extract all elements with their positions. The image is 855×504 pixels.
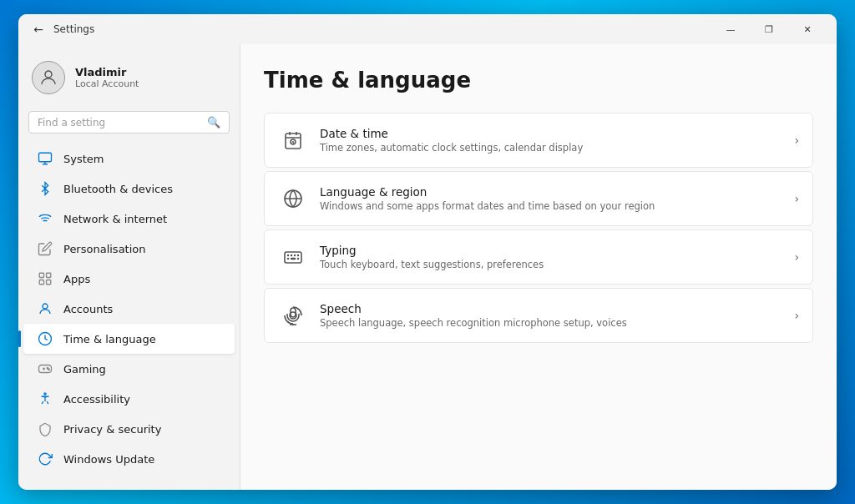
- svg-rect-2: [39, 273, 43, 277]
- sidebar-item-label-gaming: Gaming: [63, 363, 106, 375]
- main-content: Vladimir Local Account 🔍: [18, 44, 837, 490]
- language-region-icon: [278, 184, 308, 214]
- sidebar-item-label-network: Network & internet: [63, 213, 167, 225]
- bluetooth-icon: [37, 180, 53, 197]
- accounts-icon: [37, 300, 53, 317]
- time-language-icon: [37, 330, 53, 347]
- sidebar-nav: System Bluetooth & devices: [18, 144, 240, 474]
- setting-desc-language-region: Windows and some apps format dates and t…: [320, 200, 794, 212]
- sidebar-item-bluetooth[interactable]: Bluetooth & devices: [23, 174, 235, 204]
- maximize-button[interactable]: ❐: [750, 14, 788, 44]
- accessibility-icon: [37, 391, 53, 407]
- sidebar-item-gaming[interactable]: Gaming: [23, 354, 235, 384]
- setting-desc-typing: Touch keyboard, text suggestions, prefer…: [320, 259, 794, 270]
- system-icon: [37, 150, 53, 167]
- avatar: [32, 61, 65, 94]
- update-icon: [37, 451, 53, 467]
- search-icon: 🔍: [207, 116, 220, 129]
- privacy-icon: [37, 421, 53, 437]
- sidebar-item-label-accessibility: Accessibility: [63, 393, 130, 406]
- svg-point-12: [48, 369, 50, 370]
- user-profile[interactable]: Vladimir Local Account: [18, 51, 240, 108]
- settings-list: Date & time Time zones, automatic clock …: [264, 113, 813, 343]
- date-time-icon: [278, 125, 308, 155]
- sidebar-item-accounts[interactable]: Accounts: [23, 294, 235, 324]
- settings-window: ← Settings — ❐ ✕ Vladimir Local Accou: [18, 14, 837, 490]
- chevron-language-region: ›: [794, 192, 799, 205]
- sidebar-item-label-personalisation: Personalisation: [63, 243, 146, 255]
- sidebar-item-system[interactable]: System: [23, 144, 235, 174]
- personalisation-icon: [37, 240, 53, 257]
- speech-icon: [278, 300, 308, 330]
- user-type: Local Account: [75, 78, 139, 89]
- page-title: Time & language: [264, 68, 813, 93]
- setting-item-date-time[interactable]: Date & time Time zones, automatic clock …: [264, 113, 813, 168]
- sidebar-item-label-privacy: Privacy & security: [63, 423, 161, 436]
- svg-rect-1: [39, 153, 52, 162]
- svg-point-13: [44, 393, 46, 395]
- network-icon: [37, 210, 53, 227]
- search-box[interactable]: 🔍: [28, 111, 230, 134]
- setting-desc-speech: Speech language, speech recognition micr…: [320, 317, 794, 329]
- setting-item-language-region[interactable]: Language & region Windows and some apps …: [264, 171, 813, 226]
- svg-rect-21: [285, 252, 301, 263]
- user-name: Vladimir: [75, 66, 139, 78]
- setting-title-speech: Speech: [320, 302, 794, 315]
- sidebar-item-label-update: Windows Update: [63, 453, 154, 466]
- setting-title-language-region: Language & region: [320, 185, 794, 199]
- setting-desc-date-time: Time zones, automatic clock settings, ca…: [320, 142, 794, 154]
- apps-icon: [37, 270, 53, 287]
- sidebar-item-label-system: System: [63, 153, 104, 165]
- chevron-typing: ›: [794, 250, 799, 264]
- svg-point-6: [43, 304, 48, 309]
- sidebar-item-network[interactable]: Network & internet: [23, 204, 235, 234]
- sidebar: Vladimir Local Account 🔍: [18, 44, 240, 490]
- sidebar-item-privacy[interactable]: Privacy & security: [23, 414, 235, 444]
- setting-item-speech[interactable]: Speech Speech language, speech recogniti…: [264, 288, 813, 343]
- titlebar: ← Settings — ❐ ✕: [18, 14, 837, 44]
- window-title: Settings: [53, 23, 94, 35]
- gaming-icon: [37, 360, 53, 377]
- svg-rect-3: [47, 273, 51, 277]
- close-button[interactable]: ✕: [788, 14, 827, 44]
- back-button[interactable]: ←: [28, 19, 48, 39]
- sidebar-item-apps[interactable]: Apps: [23, 264, 235, 294]
- minimize-button[interactable]: —: [711, 14, 750, 44]
- search-input[interactable]: [38, 117, 200, 129]
- svg-rect-4: [39, 280, 43, 285]
- sidebar-item-personalisation[interactable]: Personalisation: [23, 234, 235, 264]
- setting-title-typing: Typing: [320, 244, 794, 257]
- sidebar-item-label-accounts: Accounts: [63, 303, 113, 315]
- svg-rect-5: [47, 280, 51, 285]
- sidebar-item-label-apps: Apps: [63, 273, 90, 285]
- sidebar-item-label-time-language: Time & language: [63, 333, 156, 345]
- svg-point-0: [45, 71, 52, 78]
- sidebar-item-label-bluetooth: Bluetooth & devices: [63, 183, 173, 195]
- setting-item-typing[interactable]: Typing Touch keyboard, text suggestions,…: [264, 229, 813, 285]
- content-area: Time & language: [240, 44, 837, 490]
- sidebar-item-accessibility[interactable]: Accessibility: [23, 384, 235, 414]
- chevron-speech: ›: [794, 309, 799, 322]
- sidebar-item-time-language[interactable]: Time & language: [23, 324, 235, 354]
- typing-icon: [278, 242, 308, 272]
- sidebar-item-update[interactable]: Windows Update: [23, 444, 235, 474]
- chevron-date-time: ›: [794, 134, 799, 147]
- setting-title-date-time: Date & time: [320, 127, 794, 140]
- window-controls: — ❐ ✕: [711, 14, 827, 44]
